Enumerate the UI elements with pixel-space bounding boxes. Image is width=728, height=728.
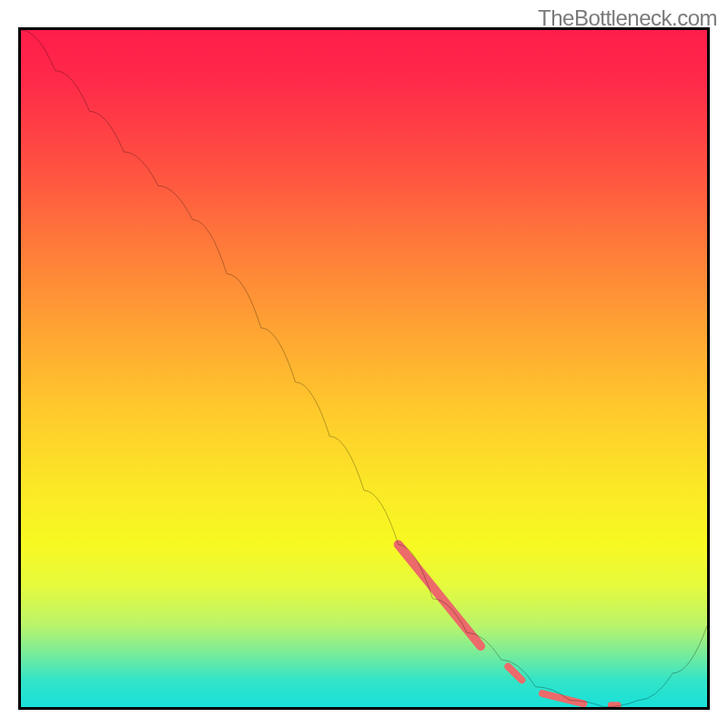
highlight-markers	[399, 544, 618, 704]
highlight-segment	[508, 666, 521, 680]
chart-svg	[21, 30, 707, 707]
highlight-segment	[399, 544, 480, 646]
plot-frame	[18, 27, 710, 710]
highlight-segment	[542, 693, 583, 703]
data-curve	[21, 30, 707, 707]
watermark-text: TheBottleneck.com	[538, 5, 717, 31]
chart-container: TheBottleneck.com	[0, 0, 728, 728]
